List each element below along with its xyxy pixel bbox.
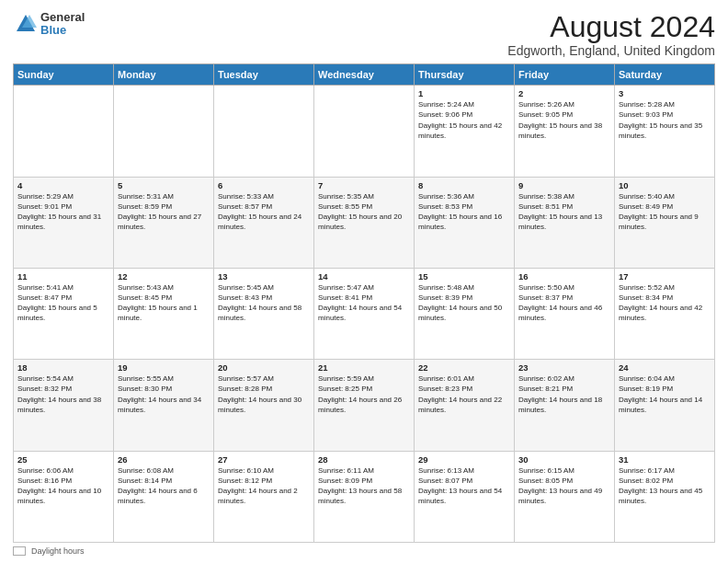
calendar-cell: 12Sunrise: 5:43 AMSunset: 8:45 PMDayligh… (114, 268, 214, 359)
calendar-cell: 9Sunrise: 5:38 AMSunset: 8:51 PMDaylight… (515, 177, 615, 268)
day-info: Sunrise: 5:50 AMSunset: 8:37 PMDaylight:… (518, 283, 602, 323)
week-row-2: 11Sunrise: 5:41 AMSunset: 8:47 PMDayligh… (14, 268, 715, 359)
calendar-cell: 18Sunrise: 5:54 AMSunset: 8:32 PMDayligh… (14, 360, 114, 451)
calendar-cell: 3Sunrise: 5:28 AMSunset: 9:03 PMDaylight… (615, 86, 715, 177)
calendar-cell: 21Sunrise: 5:59 AMSunset: 8:25 PMDayligh… (314, 360, 415, 451)
day-number: 24 (619, 362, 711, 373)
day-info: Sunrise: 5:41 AMSunset: 8:47 PMDaylight:… (17, 283, 97, 323)
week-row-3: 18Sunrise: 5:54 AMSunset: 8:32 PMDayligh… (14, 360, 715, 451)
day-info: Sunrise: 6:08 AMSunset: 8:14 PMDaylight:… (118, 466, 198, 506)
day-number: 21 (318, 362, 410, 373)
day-number: 9 (518, 180, 610, 190)
col-monday: Monday (114, 64, 214, 86)
day-info: Sunrise: 5:28 AMSunset: 9:03 PMDaylight:… (619, 100, 702, 140)
calendar-cell: 15Sunrise: 5:48 AMSunset: 8:39 PMDayligh… (415, 268, 515, 359)
calendar-cell: 30Sunrise: 6:15 AMSunset: 8:05 PMDayligh… (515, 451, 615, 542)
header: General Blue August 2024 Edgworth, Engla… (13, 11, 715, 58)
footer: Daylight hours (13, 546, 715, 556)
calendar-cell: 24Sunrise: 6:04 AMSunset: 8:19 PMDayligh… (615, 360, 715, 451)
day-info: Sunrise: 5:54 AMSunset: 8:32 PMDaylight:… (17, 374, 101, 414)
header-row: Sunday Monday Tuesday Wednesday Thursday… (14, 64, 715, 86)
day-number: 22 (418, 362, 510, 373)
day-info: Sunrise: 6:15 AMSunset: 8:05 PMDaylight:… (518, 466, 602, 506)
calendar-cell: 10Sunrise: 5:40 AMSunset: 8:49 PMDayligh… (615, 177, 715, 268)
logo-general: General (40, 11, 85, 24)
day-info: Sunrise: 5:24 AMSunset: 9:06 PMDaylight:… (418, 100, 502, 140)
week-row-0: 1Sunrise: 5:24 AMSunset: 9:06 PMDaylight… (14, 86, 715, 177)
day-info: Sunrise: 6:13 AMSunset: 8:07 PMDaylight:… (418, 466, 502, 506)
calendar-cell (314, 86, 415, 177)
day-number: 16 (518, 271, 610, 282)
day-info: Sunrise: 5:40 AMSunset: 8:49 PMDaylight:… (619, 192, 699, 232)
logo: General Blue (13, 11, 85, 38)
day-info: Sunrise: 5:59 AMSunset: 8:25 PMDaylight:… (318, 374, 402, 414)
calendar-cell: 26Sunrise: 6:08 AMSunset: 8:14 PMDayligh… (114, 451, 214, 542)
day-number: 1 (418, 88, 510, 98)
day-number: 4 (17, 180, 109, 190)
day-info: Sunrise: 5:29 AMSunset: 9:01 PMDaylight:… (17, 192, 101, 232)
calendar-cell: 6Sunrise: 5:33 AMSunset: 8:57 PMDaylight… (214, 177, 314, 268)
calendar-cell: 23Sunrise: 6:02 AMSunset: 8:21 PMDayligh… (515, 360, 615, 451)
calendar-cell: 19Sunrise: 5:55 AMSunset: 8:30 PMDayligh… (114, 360, 214, 451)
day-number: 12 (118, 271, 210, 282)
col-tuesday: Tuesday (214, 64, 314, 86)
day-info: Sunrise: 5:57 AMSunset: 8:28 PMDaylight:… (218, 374, 301, 414)
col-thursday: Thursday (415, 64, 515, 86)
day-info: Sunrise: 6:10 AMSunset: 8:12 PMDaylight:… (218, 466, 298, 506)
day-number: 3 (619, 88, 711, 98)
calendar-cell: 22Sunrise: 6:01 AMSunset: 8:23 PMDayligh… (415, 360, 515, 451)
day-info: Sunrise: 5:52 AMSunset: 8:34 PMDaylight:… (619, 283, 702, 323)
day-number: 27 (218, 454, 310, 465)
calendar-cell: 5Sunrise: 5:31 AMSunset: 8:59 PMDaylight… (114, 177, 214, 268)
day-number: 20 (218, 362, 310, 373)
calendar-cell: 17Sunrise: 5:52 AMSunset: 8:34 PMDayligh… (615, 268, 715, 359)
calendar-cell: 7Sunrise: 5:35 AMSunset: 8:55 PMDaylight… (314, 177, 415, 268)
calendar-cell (14, 86, 114, 177)
title-block: August 2024 Edgworth, England, United Ki… (507, 11, 715, 58)
day-info: Sunrise: 5:45 AMSunset: 8:43 PMDaylight:… (218, 283, 301, 323)
col-friday: Friday (515, 64, 615, 86)
day-info: Sunrise: 6:01 AMSunset: 8:23 PMDaylight:… (418, 374, 502, 414)
day-info: Sunrise: 5:43 AMSunset: 8:45 PMDaylight:… (118, 283, 198, 323)
calendar-cell: 11Sunrise: 5:41 AMSunset: 8:47 PMDayligh… (14, 268, 114, 359)
footer-box (13, 546, 26, 556)
day-number: 15 (418, 271, 510, 282)
calendar-cell: 8Sunrise: 5:36 AMSunset: 8:53 PMDaylight… (415, 177, 515, 268)
day-number: 2 (518, 88, 610, 98)
day-number: 14 (318, 271, 410, 282)
calendar-cell (114, 86, 214, 177)
calendar-cell: 16Sunrise: 5:50 AMSunset: 8:37 PMDayligh… (515, 268, 615, 359)
day-info: Sunrise: 5:38 AMSunset: 8:51 PMDaylight:… (518, 192, 602, 232)
week-row-4: 25Sunrise: 6:06 AMSunset: 8:16 PMDayligh… (14, 451, 715, 542)
calendar-cell: 4Sunrise: 5:29 AMSunset: 9:01 PMDaylight… (14, 177, 114, 268)
col-saturday: Saturday (615, 64, 715, 86)
calendar-cell: 29Sunrise: 6:13 AMSunset: 8:07 PMDayligh… (415, 451, 515, 542)
calendar-cell: 28Sunrise: 6:11 AMSunset: 8:09 PMDayligh… (314, 451, 415, 542)
calendar-cell: 1Sunrise: 5:24 AMSunset: 9:06 PMDaylight… (415, 86, 515, 177)
day-info: Sunrise: 5:31 AMSunset: 8:59 PMDaylight:… (118, 192, 201, 232)
day-info: Sunrise: 5:47 AMSunset: 8:41 PMDaylight:… (318, 283, 402, 323)
calendar-cell: 2Sunrise: 5:26 AMSunset: 9:05 PMDaylight… (515, 86, 615, 177)
day-number: 29 (418, 454, 510, 465)
col-wednesday: Wednesday (314, 64, 415, 86)
calendar-cell (214, 86, 314, 177)
calendar-cell: 31Sunrise: 6:17 AMSunset: 8:02 PMDayligh… (615, 451, 715, 542)
day-info: Sunrise: 6:11 AMSunset: 8:09 PMDaylight:… (318, 466, 402, 506)
calendar-cell: 13Sunrise: 5:45 AMSunset: 8:43 PMDayligh… (214, 268, 314, 359)
main-title: August 2024 (507, 11, 715, 43)
logo-icon (13, 11, 39, 37)
day-number: 13 (218, 271, 310, 282)
day-info: Sunrise: 6:04 AMSunset: 8:19 PMDaylight:… (619, 374, 702, 414)
col-sunday: Sunday (14, 64, 114, 86)
day-info: Sunrise: 5:26 AMSunset: 9:05 PMDaylight:… (518, 100, 602, 140)
footer-label: Daylight hours (31, 546, 85, 556)
day-number: 18 (17, 362, 109, 373)
day-number: 28 (318, 454, 410, 465)
day-info: Sunrise: 5:36 AMSunset: 8:53 PMDaylight:… (418, 192, 502, 232)
day-info: Sunrise: 5:48 AMSunset: 8:39 PMDaylight:… (418, 283, 502, 323)
day-number: 8 (418, 180, 510, 190)
subtitle: Edgworth, England, United Kingdom (507, 43, 715, 58)
day-info: Sunrise: 6:17 AMSunset: 8:02 PMDaylight:… (619, 466, 702, 506)
day-number: 19 (118, 362, 210, 373)
day-number: 31 (619, 454, 711, 465)
